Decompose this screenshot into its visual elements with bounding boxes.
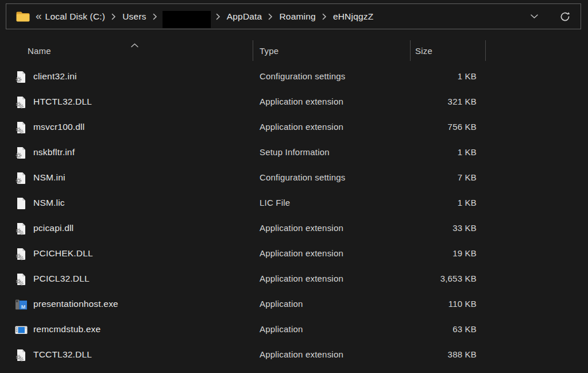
gear-file-icon — [15, 172, 28, 184]
address-dropdown-button[interactable] — [525, 8, 543, 25]
file-name: msvcr100.dll — [33, 122, 84, 132]
file-type: LIC File — [260, 198, 290, 207]
file-size: 388 KB — [368, 349, 477, 359]
file-size: 63 KB — [368, 324, 477, 334]
breadcrumb-separator-chevron-icon[interactable] — [153, 13, 157, 20]
file-name: NSM.ini — [33, 172, 65, 183]
file-row[interactable]: nskbfltr.infSetup Information1 KB — [0, 140, 588, 166]
address-bar[interactable]: « Local Disk (C:) Users AppData Roaming … — [6, 3, 581, 29]
file-type: Application — [260, 299, 303, 309]
breadcrumb-separator-chevron-icon[interactable] — [216, 13, 220, 20]
presentation-exe-icon: M — [15, 298, 28, 311]
file-row[interactable]: M presentationhost.exeApplication110 KB — [0, 292, 588, 317]
file-type: Application — [260, 324, 303, 334]
gear-file-icon — [15, 147, 28, 159]
file-size: 1 KB — [368, 198, 477, 207]
sort-ascending-icon — [131, 40, 138, 50]
file-size: 321 KB — [368, 97, 477, 106]
breadcrumb: Local Disk (C:) Users AppData Roaming eH… — [44, 8, 525, 25]
file-name: client32.ini — [33, 71, 77, 82]
breadcrumb-item[interactable]: eHNjqgzZ — [332, 11, 375, 22]
file-row[interactable]: NSM.iniConfiguration settings7 KB — [0, 166, 588, 191]
file-type: Configuration settings — [260, 71, 346, 81]
file-row[interactable]: remcmdstub.exeApplication63 KB — [0, 317, 588, 343]
text-file-icon — [15, 197, 28, 210]
column-divider[interactable] — [485, 40, 486, 61]
file-type: Configuration settings — [260, 172, 346, 182]
gear-file-icon — [15, 71, 28, 83]
breadcrumb-separator-chevron-icon[interactable] — [322, 13, 327, 20]
window-exe-icon — [15, 324, 28, 336]
file-type: Application extension — [260, 97, 343, 106]
column-header-row: Name Type Size — [0, 38, 588, 61]
file-type: Application extension — [260, 248, 343, 258]
column-divider[interactable] — [253, 40, 253, 61]
file-row[interactable]: client32.iniConfiguration settings1 KB — [0, 64, 588, 90]
column-header-name[interactable]: Name — [28, 46, 51, 56]
file-size: 1 KB — [368, 147, 477, 157]
file-type: Application extension — [260, 223, 343, 233]
file-type: Application extension — [260, 349, 343, 359]
file-list: client32.iniConfiguration settings1 KB H… — [0, 64, 588, 368]
file-name: PCICHEK.DLL — [33, 248, 93, 259]
file-name: nskbfltr.inf — [33, 147, 75, 157]
breadcrumb-item[interactable]: AppData — [226, 11, 264, 22]
file-type: Application extension — [260, 122, 343, 132]
file-name: TCCTL32.DLL — [33, 349, 92, 360]
file-row[interactable]: PCICL32.DLLApplication extension3,653 KB — [0, 267, 588, 292]
column-header-type[interactable]: Type — [260, 46, 278, 56]
file-size: 110 KB — [368, 299, 477, 309]
file-row[interactable]: TCCTL32.DLLApplication extension388 KB — [0, 343, 588, 368]
column-header-size[interactable]: Size — [415, 46, 432, 56]
file-row[interactable]: PCICHEK.DLLApplication extension19 KB — [0, 241, 588, 267]
folder-icon — [16, 10, 30, 22]
file-type: Setup Information — [260, 147, 330, 157]
file-size: 33 KB — [368, 223, 477, 233]
breadcrumb-overflow-chevron-icon[interactable]: « — [36, 10, 42, 23]
chevron-down-icon — [531, 14, 538, 19]
svg-text:M: M — [21, 304, 26, 310]
file-size: 19 KB — [368, 248, 477, 258]
file-name: remcmdstub.exe — [33, 324, 100, 334]
file-name: PCICL32.DLL — [33, 274, 90, 284]
file-size: 756 KB — [368, 122, 477, 132]
file-row[interactable]: pcicapi.dllApplication extension33 KB — [0, 216, 588, 241]
dll-file-icon — [15, 222, 28, 235]
breadcrumb-item[interactable]: Roaming — [278, 11, 316, 22]
dll-file-icon — [15, 121, 28, 134]
file-size: 7 KB — [368, 172, 477, 182]
file-size: 3,653 KB — [368, 274, 477, 283]
breadcrumb-item[interactable]: Local Disk (C:) — [44, 11, 107, 22]
dll-file-icon — [15, 248, 28, 260]
refresh-icon — [559, 11, 571, 22]
file-row[interactable]: msvcr100.dllApplication extension756 KB — [0, 115, 588, 140]
dll-file-icon — [15, 96, 28, 109]
file-type: Application extension — [260, 274, 343, 283]
column-divider[interactable] — [410, 40, 411, 61]
refresh-button[interactable] — [556, 8, 574, 25]
file-name: NSM.lic — [33, 198, 65, 208]
file-row[interactable]: NSM.licLIC File1 KB — [0, 191, 588, 216]
file-name: HTCTL32.DLL — [33, 97, 92, 107]
dll-file-icon — [15, 273, 28, 286]
file-size: 1 KB — [368, 71, 477, 81]
breadcrumb-separator-chevron-icon[interactable] — [268, 13, 273, 20]
file-name: presentationhost.exe — [33, 299, 118, 309]
breadcrumb-item-redacted[interactable] — [163, 11, 211, 28]
file-name: pcicapi.dll — [33, 223, 74, 233]
file-row[interactable]: HTCTL32.DLLApplication extension321 KB — [0, 90, 588, 115]
dll-file-icon — [15, 349, 28, 362]
breadcrumb-separator-chevron-icon[interactable] — [111, 13, 116, 20]
breadcrumb-item[interactable]: Users — [121, 11, 147, 22]
